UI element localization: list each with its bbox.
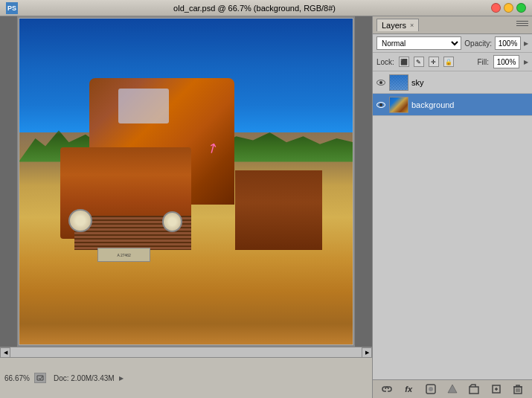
svg-rect-2 [469, 387, 478, 394]
lock-position-icon[interactable]: ✎ [414, 57, 424, 67]
layers-toolbar: fx [373, 379, 532, 398]
opacity-input[interactable] [495, 36, 521, 50]
horizontal-scrollbar: ◀ ▶ [0, 347, 372, 357]
menu-line-3 [516, 25, 528, 26]
lock-row: Lock: ⬛ ✎ ✛ 🔒 Fill: ▶ [373, 53, 532, 71]
blend-mode-select[interactable]: Normal Multiply Screen [376, 36, 461, 50]
truck-bed [235, 170, 322, 251]
lock-label: Lock: [376, 58, 394, 66]
fill-arrow[interactable]: ▶ [524, 59, 528, 65]
truck-body: A 27462 [45, 67, 337, 296]
layers-tab-label: Layers [382, 21, 406, 30]
windshield [118, 89, 170, 123]
blend-mode-row: Normal Multiply Screen Opacity: ▶ [373, 34, 532, 53]
close-button[interactable] [491, 3, 501, 13]
layer-visibility-background[interactable] [376, 100, 386, 110]
layers-panel-header: Layers × [373, 16, 532, 34]
layers-close-btn[interactable]: × [410, 22, 414, 29]
headlight-left [68, 209, 92, 232]
status-bar: 66.67% Doc: 2.00M/3.43M ▶ [0, 357, 372, 398]
layer-visibility-sky[interactable] [376, 77, 386, 88]
scroll-left-button[interactable]: ◀ [0, 347, 10, 358]
adjustment-button[interactable] [446, 382, 459, 396]
opacity-label: Opacity: [464, 39, 492, 48]
new-layer-button[interactable] [490, 382, 503, 396]
layer-name-sky: sky [411, 78, 529, 87]
opacity-arrow[interactable]: ▶ [524, 40, 528, 47]
layers-menu-icon[interactable] [516, 21, 528, 30]
canvas-image: A 27462 ↗ [19, 18, 353, 345]
bg-thumb-content [390, 97, 408, 112]
add-mask-button[interactable] [424, 382, 438, 396]
window-title: old_car.psd @ 66.7% (background, RGB/8#) [18, 4, 491, 13]
layers-panel: Layers × Normal Multiply Screen Opacity: [372, 16, 532, 398]
layer-item-background[interactable]: background [373, 94, 532, 116]
link-layers-button[interactable] [380, 382, 394, 396]
scroll-right-button[interactable]: ▶ [362, 347, 372, 358]
app-icon: PS [6, 2, 18, 14]
title-bar: PS old_car.psd @ 66.7% (background, RGB/… [0, 0, 532, 16]
license-plate: A 27462 [97, 248, 150, 261]
eye-icon-sky [376, 80, 385, 86]
eye-icon-background [376, 102, 385, 108]
fill-label: Fill: [477, 58, 489, 66]
lock-all-icon[interactable]: 🔒 [443, 57, 454, 67]
canvas-section: A 27462 ↗ ◀ ▶ 66.67% [0, 16, 372, 398]
proof-icon[interactable] [34, 373, 46, 383]
layer-name-background: background [411, 100, 529, 109]
lock-move-icon[interactable]: ✛ [429, 57, 439, 67]
truck-scene: A 27462 ↗ [19, 18, 353, 345]
svg-point-1 [429, 387, 433, 391]
canvas-wrapper: A 27462 ↗ [17, 16, 355, 347]
lock-pixels-icon[interactable]: ⬛ [399, 57, 409, 67]
maximize-button[interactable] [516, 3, 526, 13]
menu-line-1 [516, 21, 528, 22]
layers-list: sky background [373, 71, 532, 379]
status-arrow[interactable]: ▶ [119, 375, 124, 382]
layers-empty-space [373, 116, 532, 265]
canvas-viewport[interactable]: A 27462 ↗ [0, 16, 372, 347]
layer-item-sky[interactable]: sky [373, 71, 532, 94]
delete-layer-button[interactable] [511, 382, 525, 396]
new-group-button[interactable] [467, 382, 481, 396]
layer-thumbnail-background [389, 97, 408, 113]
minimize-button[interactable] [504, 3, 513, 13]
sky-thumb-content [390, 75, 408, 90]
layer-thumbnail-sky [389, 74, 408, 91]
fx-button[interactable]: fx [402, 382, 415, 396]
doc-info: Doc: 2.00M/3.43M [54, 374, 115, 382]
scroll-track[interactable] [10, 347, 362, 357]
window-controls [491, 3, 526, 13]
menu-line-2 [516, 23, 528, 24]
layers-tab[interactable]: Layers × [376, 19, 419, 31]
zoom-level: 66.67% [4, 374, 30, 382]
headlight-right [162, 211, 182, 232]
fill-input[interactable] [493, 55, 519, 68]
